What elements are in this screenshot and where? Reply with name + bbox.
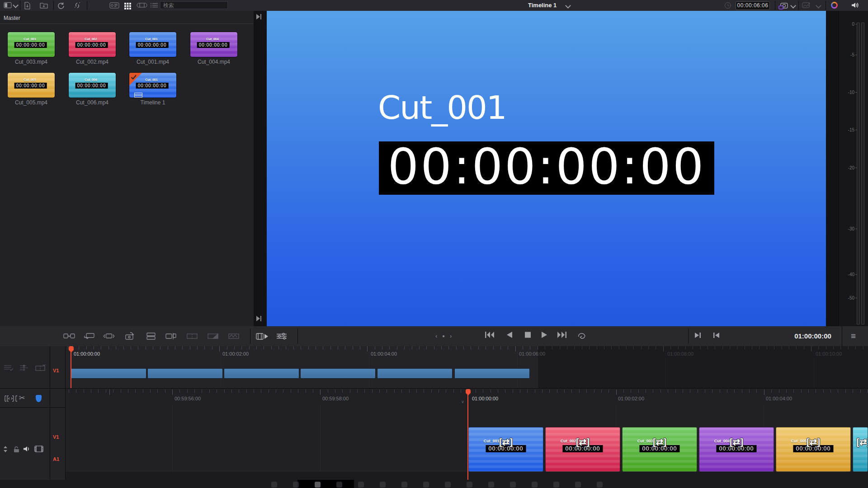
media-clip-cut006[interactable]: Cut_006 00:00:00:00 — [68, 72, 116, 98]
taskbar-app-icon[interactable] — [575, 482, 581, 488]
trim-mode-button[interactable] — [4, 394, 17, 403]
list-view-icon[interactable] — [150, 2, 158, 9]
video-track-label[interactable]: V1 — [53, 368, 59, 373]
razor-button[interactable]: ✂ — [19, 394, 25, 402]
sync-icon[interactable] — [57, 2, 65, 9]
media-clip-cut003[interactable]: Cut_003 00:00:00:00 — [7, 32, 55, 57]
playhead[interactable] — [467, 389, 468, 480]
timeline-overview-clip[interactable] — [224, 368, 299, 379]
play-around-in-button[interactable] — [694, 332, 702, 338]
append-button[interactable] — [84, 332, 95, 340]
mute-track-icon[interactable] — [23, 445, 31, 453]
track-pins-icon[interactable] — [19, 364, 29, 371]
taskbar-app-icon[interactable] — [597, 482, 603, 488]
filmstrip-view-icon[interactable] — [137, 2, 147, 9]
grid-view-icon[interactable] — [124, 2, 132, 9]
taskbar-app-icon[interactable] — [358, 482, 364, 488]
separator — [20, 1, 20, 10]
taskbar-app-icon[interactable] — [293, 482, 299, 488]
edit-toolbar: ‹ ● › 01:00:00:00 ≡ — [0, 326, 868, 347]
jog-left-icon[interactable]: ‹ — [435, 333, 437, 339]
ruler-label: 01:00:02:00 — [618, 396, 644, 401]
speaker-icon[interactable] — [851, 1, 859, 9]
media-clip-cut001[interactable]: Cut_001 00:00:00:00 — [129, 32, 177, 57]
timeline-overview-clip[interactable] — [147, 368, 223, 379]
card-view-icon[interactable] — [109, 2, 119, 9]
smart-insert-button[interactable] — [63, 332, 75, 340]
video-track-label[interactable]: V1 — [53, 434, 59, 440]
taskbar-app-icon[interactable] — [510, 482, 516, 488]
clip-timecode: 00:00:00:00 — [14, 42, 47, 48]
timeline-clip-cut003[interactable]: Cut_003 00:00:00:00 [⇄] — [622, 427, 697, 472]
timeline-options-menu[interactable]: ≡ — [851, 331, 856, 341]
play-reverse-button[interactable] — [506, 331, 513, 338]
source-timecode[interactable]: 00:00:06:06 — [736, 1, 770, 10]
jog-dot-icon[interactable]: ● — [442, 333, 445, 338]
taskbar-app-icon[interactable] — [336, 482, 342, 488]
magic-enhance-icon[interactable] — [831, 2, 838, 9]
timeline-selector-chevron-icon[interactable] — [565, 3, 571, 9]
taskbar-app-icon[interactable] — [532, 482, 538, 488]
taskbar-app-icon[interactable] — [467, 482, 472, 488]
taskbar-app-icon[interactable] — [380, 482, 386, 488]
track-height-icon[interactable] — [2, 446, 9, 453]
ripple-overwrite-button[interactable] — [103, 332, 115, 340]
timeline-clip-cut005[interactable]: Cut_005 00:00:00:00 [⇄] — [776, 427, 851, 472]
timeline-overview-clip[interactable] — [71, 368, 146, 379]
timeline-clip-cut006-partial[interactable]: [⇄] — [853, 427, 868, 472]
media-clip-cut002[interactable]: Cut_002 00:00:00:00 — [68, 32, 116, 57]
taskbar-app-icon[interactable] — [401, 482, 407, 488]
insert-button[interactable] — [145, 332, 157, 340]
ruler-label: 01:00:00:00 — [74, 351, 100, 357]
filmstrip-marker-icon[interactable] — [35, 364, 46, 371]
taskbar-app-icon[interactable] — [445, 482, 451, 488]
dip-transition-button[interactable] — [207, 332, 219, 340]
camera-import-icon[interactable] — [778, 2, 788, 9]
swap-button[interactable] — [165, 332, 176, 340]
taskbar-app-icon[interactable] — [271, 482, 277, 488]
stop-button[interactable] — [524, 331, 531, 338]
media-clip-cut005[interactable]: Cut_005 00:00:00:00 — [7, 72, 55, 98]
search-input[interactable] — [160, 1, 228, 9]
timeline-clip-cut002[interactable]: Cut_002 00:00:00:00 [⇄] — [545, 427, 620, 472]
lock-track-icon[interactable] — [13, 446, 20, 453]
timeline-overview-clip[interactable] — [454, 368, 530, 379]
playhead[interactable] — [71, 346, 71, 388]
tools-button[interactable] — [276, 332, 288, 340]
import-media-icon[interactable] — [24, 2, 31, 9]
timeline-list-icon[interactable] — [4, 364, 14, 371]
play-around-out-button[interactable] — [712, 332, 720, 338]
camera-chevron-down-icon[interactable] — [790, 3, 796, 9]
panel-toggle-icon[interactable] — [4, 2, 12, 9]
go-to-start-button[interactable] — [485, 331, 495, 338]
place-on-top-button[interactable] — [124, 332, 136, 340]
taskbar-app-icon[interactable] — [315, 482, 321, 488]
import-folder-icon[interactable] — [40, 2, 48, 9]
go-to-end-button[interactable] — [557, 331, 567, 338]
panel-chevron-down-icon[interactable] — [13, 2, 19, 8]
play-button[interactable] — [541, 331, 547, 338]
clip-name: Cut_002 — [561, 439, 576, 443]
transition-button[interactable] — [186, 332, 198, 340]
meter-bar-right — [861, 23, 864, 324]
taskbar-app-icon[interactable] — [488, 482, 494, 488]
timeline-clip-cut004[interactable]: Cut_004 00:00:00:00 [⇄] — [699, 427, 774, 472]
timeline-overview-clip[interactable] — [377, 368, 453, 379]
timeline-selector[interactable]: Timeline 1 — [528, 2, 557, 9]
taskbar-app-icon[interactable] — [423, 482, 429, 488]
out-marker-flag-icon[interactable] — [256, 315, 262, 322]
taskbar-app-icon[interactable] — [553, 482, 559, 488]
timeline-overview-clip[interactable] — [300, 368, 376, 379]
in-marker-flag-icon[interactable] — [256, 14, 262, 20]
clip-view-options-icon[interactable] — [34, 446, 43, 452]
media-clip-cut004[interactable]: Cut_004 00:00:00:00 — [190, 32, 238, 57]
jog-right-icon[interactable]: › — [450, 333, 452, 339]
smooth-cut-button[interactable] — [228, 332, 240, 340]
media-clip-timeline1[interactable]: Cut_001 00:00:00:00 — [129, 72, 177, 98]
loop-button[interactable] — [577, 331, 587, 339]
unlink-icon[interactable] — [73, 2, 81, 9]
timeline-clip-cut001[interactable]: Cut_001 00:00:00:00 [⇄] — [468, 427, 543, 472]
audio-track-label[interactable]: A1 — [53, 456, 59, 462]
snapping-shield-button[interactable] — [36, 395, 42, 402]
source-tape-button[interactable] — [256, 332, 269, 341]
